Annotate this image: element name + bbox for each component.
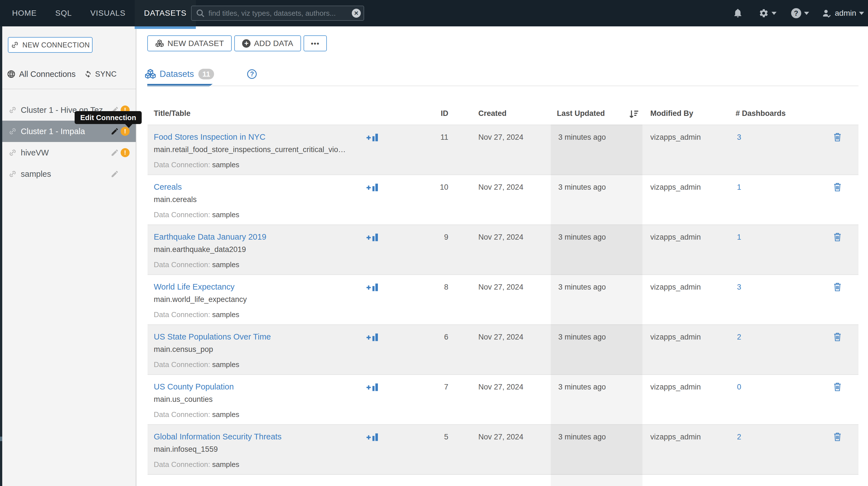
data-connection-label: Data Connection: [154, 210, 210, 219]
sync-button[interactable]: SYNC [84, 70, 117, 79]
dataset-created: Nov 27, 2024 [478, 133, 524, 142]
dataset-title-link[interactable]: Earthquake Data January 2019 [154, 232, 266, 242]
dataset-last-updated: 3 minutes ago [558, 283, 606, 292]
dataset-title-link[interactable]: Food Stores Inspection in NYC [154, 132, 266, 142]
datasets-count-badge: 11 [198, 69, 214, 80]
nav-item-home[interactable]: HOME [3, 0, 46, 26]
dataset-created: Nov 27, 2024 [478, 233, 524, 242]
column-header-last-updated[interactable]: Last Updated [557, 109, 605, 118]
dataset-dashboards-link[interactable]: 1 [737, 233, 741, 242]
trash-icon[interactable] [833, 382, 842, 392]
dataset-id: 9 [431, 233, 448, 242]
sort-descending-icon[interactable] [628, 109, 640, 120]
tab-datasets[interactable]: Datasets 11 ? [145, 67, 257, 81]
nav-item-visuals[interactable]: VISUALS [81, 0, 135, 26]
trash-icon[interactable] [833, 182, 842, 192]
edit-connection-pencil-icon[interactable] [111, 170, 119, 178]
dataset-id: 5 [431, 433, 448, 442]
help-icon: ? [791, 8, 801, 18]
sidebar-item-hivevw[interactable]: hiveVW ! [0, 142, 136, 163]
table-header: Title/Table ID Created Last Updated Modi… [136, 109, 868, 120]
sidebar-item-samples[interactable]: samples ! [0, 163, 136, 185]
dataset-title-link[interactable]: World Life Expectancy [154, 282, 235, 292]
warning-icon: ! [121, 127, 130, 136]
trash-icon[interactable] [833, 282, 842, 292]
new-dashboard-icon[interactable] [366, 382, 379, 392]
dataset-dashboards-link[interactable]: 3 [737, 133, 741, 142]
edit-connection-pencil-icon[interactable] [111, 127, 119, 135]
data-connection-value: samples [212, 261, 239, 269]
dataset-id: 10 [431, 183, 448, 192]
globe-icon [7, 69, 16, 79]
nav-item-label: HOME [12, 9, 37, 18]
warning-icon: ! [121, 148, 130, 157]
link-icon [8, 106, 17, 114]
nav-right: ? admin [733, 0, 864, 26]
table-row: Earthquake Data January 2019 main.earthq… [148, 224, 859, 274]
dataset-table-name: main.infoseq_1559 [154, 445, 218, 454]
dataset-dashboards-link[interactable]: 0 [737, 383, 741, 391]
nav-item-datasets[interactable]: DATASETS [135, 0, 196, 26]
trash-icon[interactable] [833, 232, 842, 242]
sync-label: SYNC [95, 70, 117, 79]
help-menu[interactable]: ? [791, 8, 809, 18]
dataset-title-link[interactable]: US State Populations Over Time [154, 332, 271, 341]
new-dashboard-icon[interactable] [366, 282, 379, 293]
dataset-last-updated: 3 minutes ago [558, 133, 606, 142]
dataset-table-name: main.us_counties [154, 395, 213, 404]
dataset-created: Nov 27, 2024 [478, 283, 524, 292]
dataset-modified-by: vizapps_admin [650, 183, 701, 192]
column-header-title[interactable]: Title/Table [154, 109, 190, 118]
trash-icon[interactable] [833, 431, 842, 442]
datasets-main: NEW DATASET + ADD DATA ••• Datasets 11 ?… [136, 26, 868, 486]
dataset-dashboards-link[interactable]: 3 [737, 283, 741, 292]
edit-connection-pencil-icon[interactable] [111, 148, 119, 157]
dataset-title-link[interactable]: Cereals [154, 182, 182, 192]
dataset-modified-by: vizapps_admin [650, 233, 701, 242]
add-data-button[interactable]: + ADD DATA [234, 35, 301, 51]
dataset-title-link[interactable]: Global Information Security Threats [154, 432, 282, 442]
dataset-dashboards-link[interactable]: 1 [737, 183, 741, 192]
connection-label: Cluster 1 - Impala [21, 127, 85, 136]
more-actions-button[interactable]: ••• [304, 35, 327, 51]
clear-search-icon[interactable]: ✕ [352, 9, 361, 18]
trash-icon[interactable] [833, 332, 842, 342]
new-dashboard-icon[interactable] [366, 132, 379, 143]
dataset-dashboards-link[interactable]: 2 [737, 433, 741, 442]
dataset-last-updated: 3 minutes ago [558, 233, 606, 242]
help-circle-icon[interactable]: ? [247, 69, 257, 79]
new-connection-label: NEW CONNECTION [23, 41, 90, 49]
new-dataset-button[interactable]: NEW DATASET [147, 35, 232, 51]
user-menu[interactable]: admin [822, 8, 864, 18]
all-connections-link[interactable]: All Connections [19, 69, 76, 79]
column-header-dashboards[interactable]: # Dashboards [736, 109, 786, 118]
table-row: US State Populations Over Time main.cens… [148, 324, 859, 374]
link-icon [8, 170, 17, 178]
dataset-last-updated: 3 minutes ago [558, 333, 606, 341]
notifications-bell-icon[interactable] [733, 8, 743, 18]
nav-item-label: VISUALS [90, 9, 125, 18]
dataset-title-link[interactable]: US County Population [154, 382, 234, 391]
dataset-id: 6 [431, 333, 448, 341]
dataset-dashboards-link[interactable]: 2 [737, 333, 741, 341]
column-header-modified-by[interactable]: Modified By [650, 109, 693, 118]
dataset-modified-by: vizapps_admin [650, 133, 701, 142]
new-dashboard-icon[interactable] [366, 332, 379, 342]
new-dashboard-icon[interactable] [366, 432, 379, 442]
column-header-created[interactable]: Created [478, 109, 507, 118]
connections-header: All Connections SYNC [7, 68, 129, 80]
trash-icon[interactable] [833, 132, 842, 142]
settings-menu[interactable] [758, 8, 777, 18]
new-dashboard-icon[interactable] [366, 232, 379, 242]
chevron-down-icon [772, 12, 777, 15]
nav-item-sql[interactable]: SQL [46, 0, 81, 26]
search-box: ✕ [191, 6, 364, 21]
search-input[interactable] [208, 9, 352, 18]
column-header-id[interactable]: ID [431, 109, 448, 118]
dataset-connection: Data Connection: samples [154, 160, 239, 169]
left-edge-strip [0, 26, 2, 486]
table-row: Global Information Security Threats main… [148, 424, 859, 474]
dataset-last-updated: 3 minutes ago [558, 433, 606, 442]
new-dashboard-icon[interactable] [366, 182, 379, 192]
new-connection-button[interactable]: NEW CONNECTION [8, 37, 93, 53]
